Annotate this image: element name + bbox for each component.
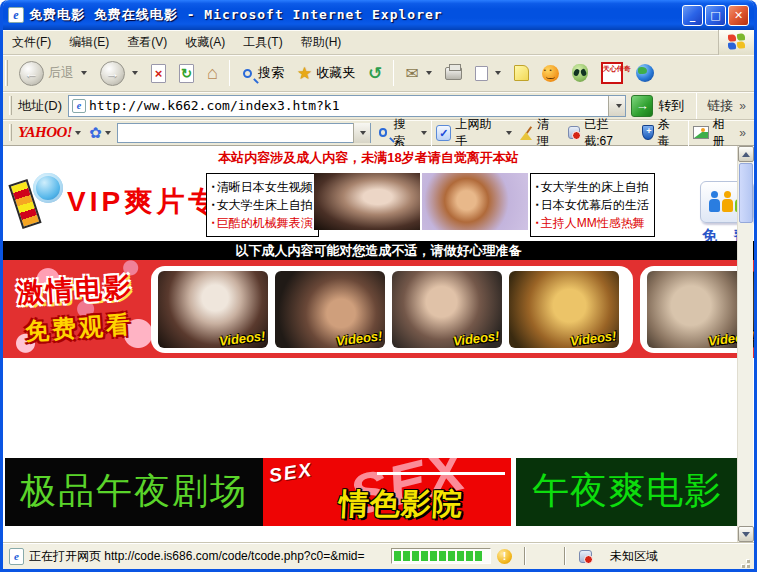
assistant-check-icon: ✓	[436, 125, 451, 141]
yahoo-logo[interactable]: YAHOO!	[18, 124, 72, 141]
movies-title-line1[interactable]: 激情电影	[16, 269, 134, 311]
menu-tools[interactable]: 工具(T)	[234, 30, 291, 55]
page-content: 本站内容涉及成人内容，未满18岁者请自觉离开本站 VIP爽片专区 ▪清晰日本女生…	[3, 146, 754, 542]
vip-link-list-1: ▪清晰日本女生视频 ▪女大学生床上自拍 ▪巨酷的机械舞表演	[206, 173, 319, 237]
album-label[interactable]: 相册	[713, 116, 736, 150]
smiley-icon	[542, 65, 559, 82]
search-button[interactable]: 搜索	[235, 60, 290, 86]
cinema-banner[interactable]: SEX SEX 情色影院	[263, 458, 511, 526]
yahoo-search-dropdown[interactable]	[353, 123, 370, 143]
clean-label[interactable]: 清理	[537, 116, 560, 150]
title-bar[interactable]: e 免费电影 免费在线电影 - Microsoft Internet Explo…	[3, 0, 754, 30]
alien-button[interactable]	[566, 60, 594, 86]
window-title: 免费电影 免费在线电影 - Microsoft Internet Explore…	[29, 6, 682, 24]
toolbar-grip[interactable]	[5, 60, 8, 85]
favorites-button[interactable]: ★ 收藏夹	[291, 59, 361, 88]
messenger-button[interactable]	[536, 61, 565, 86]
forward-dropdown-icon	[132, 71, 138, 75]
status-loading-text: 正在打开网页 http://code.is686.com/code/tcode.…	[29, 548, 387, 565]
page-icon: e	[72, 99, 86, 113]
tianxin-legend-icon: 天心传奇	[601, 62, 623, 84]
assistant-label[interactable]: 上网助手	[455, 116, 500, 150]
vip-link[interactable]: ▪女大学生床上自拍	[212, 196, 313, 214]
yahoobar-grip[interactable]	[9, 124, 12, 142]
vertical-scrollbar[interactable]	[737, 146, 753, 542]
yahoo-search-input[interactable]	[118, 126, 353, 140]
vip-link[interactable]: ▪巨酷的机械舞表演	[212, 214, 313, 232]
adult-warning-text: 本站内容涉及成人内容，未满18岁者请自觉离开本站	[3, 149, 734, 167]
minimize-button[interactable]: _	[682, 5, 703, 26]
movies-title-line2[interactable]: 免费观看	[24, 308, 134, 347]
album-icon	[693, 126, 708, 139]
menu-view[interactable]: 查看(V)	[118, 30, 176, 55]
vip-thumbnail-1[interactable]	[314, 173, 420, 230]
yahoobar-chevron-icon[interactable]: »	[739, 126, 746, 140]
videos-badge: Videos!	[452, 328, 500, 348]
forward-button[interactable]: →	[94, 57, 144, 90]
toolbar-separator	[229, 60, 230, 86]
url-dropdown-button[interactable]	[608, 96, 625, 116]
flower-dropdown-icon[interactable]	[105, 131, 111, 135]
go-label: 转到	[658, 97, 684, 115]
midnight-movie-banner[interactable]: 午夜爽电影	[516, 458, 738, 526]
progress-bar	[391, 548, 491, 564]
ie-icon: e	[8, 7, 24, 23]
addressbar-grip[interactable]	[9, 96, 12, 115]
antivirus-label[interactable]: 杀毒	[658, 116, 681, 150]
toolbar-separator	[393, 60, 394, 86]
blocked-label[interactable]: 已拦截:67	[584, 116, 634, 150]
yahoo-search-label[interactable]: 搜索	[393, 116, 416, 150]
refresh-button[interactable]: ↻	[173, 60, 200, 87]
back-button[interactable]: ← 后退	[13, 57, 93, 90]
vip-link[interactable]: ▪清晰日本女生视频	[212, 178, 313, 196]
mail-dropdown-icon	[426, 71, 432, 75]
go-button[interactable]: →	[631, 95, 653, 117]
standard-toolbar: ← 后退 → × ↻ ⌂ 搜索 ★ 收藏夹 ↺ ✉	[3, 55, 754, 92]
url-box: e	[68, 95, 626, 117]
edit-dropdown-icon	[495, 71, 501, 75]
globe-button[interactable]	[630, 60, 660, 86]
video-thumbnail[interactable]: Videos!	[509, 271, 619, 348]
scroll-down-button[interactable]	[738, 526, 754, 542]
privacy-blocked-icon	[579, 550, 592, 563]
vip-link[interactable]: ▪女大学生的床上自拍	[536, 178, 649, 196]
maximize-button[interactable]: □	[705, 5, 726, 26]
vip-section: VIP爽片专区 ▪清晰日本女生视频 ▪女大学生床上自拍 ▪巨酷的机械舞表演 ▪女…	[3, 171, 754, 235]
vip-link[interactable]: ▪主持人MM性感热舞	[536, 214, 649, 232]
edit-button[interactable]	[469, 62, 507, 85]
blocked-hand-icon	[568, 126, 580, 139]
scrollbar-thumb[interactable]	[739, 163, 753, 223]
menu-edit[interactable]: 编辑(E)	[60, 30, 118, 55]
vip-link[interactable]: ▪日本女优幕后的生活	[536, 196, 649, 214]
tianxin-button[interactable]: 天心传奇	[595, 58, 629, 88]
midnight-theater-banner[interactable]: 极品午夜剧场	[5, 458, 263, 526]
home-button[interactable]: ⌂	[201, 59, 224, 88]
resize-grip[interactable]	[737, 555, 751, 569]
arrow-up-icon	[742, 152, 750, 157]
close-button[interactable]: ✕	[728, 5, 749, 26]
assistant-dropdown-icon[interactable]	[506, 131, 512, 135]
menu-file[interactable]: 文件(F)	[3, 30, 60, 55]
url-input[interactable]	[89, 98, 608, 113]
flower-icon[interactable]: ✿	[89, 124, 102, 142]
status-page-icon: e	[9, 548, 24, 565]
history-button[interactable]: ↺	[362, 59, 388, 88]
menu-favorites[interactable]: 收藏(A)	[176, 30, 234, 55]
video-thumbnail[interactable]: Videos!	[392, 271, 502, 348]
stop-button[interactable]: ×	[145, 60, 172, 87]
yahoo-search-dd-icon[interactable]	[421, 131, 427, 135]
yahoo-dropdown-icon[interactable]	[75, 131, 81, 135]
mail-button[interactable]: ✉	[399, 60, 437, 87]
video-thumbnail[interactable]: Videos!	[275, 271, 385, 348]
scroll-up-button[interactable]	[738, 146, 754, 162]
search-icon	[243, 69, 252, 78]
vip-thumbnail-2[interactable]	[422, 173, 528, 230]
print-button[interactable]	[439, 63, 468, 84]
person-icon	[722, 191, 733, 213]
notes-button[interactable]	[508, 61, 535, 85]
videos-badge: Videos!	[218, 328, 266, 348]
links-chevron-icon[interactable]: »	[739, 99, 746, 113]
video-thumbnail[interactable]: Videos!	[158, 271, 268, 348]
menu-help[interactable]: 帮助(H)	[292, 30, 351, 55]
edit-page-icon	[475, 66, 488, 81]
